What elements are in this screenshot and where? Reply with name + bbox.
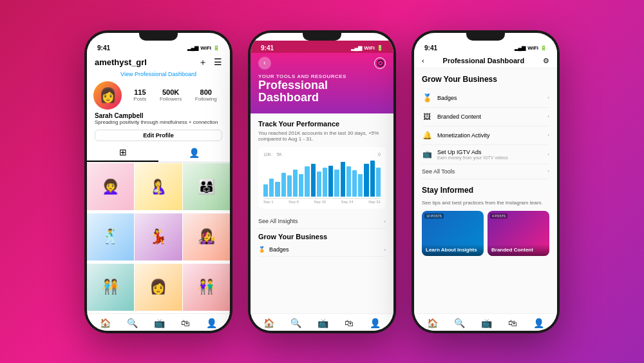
wifi-icon: WiFi <box>200 45 211 51</box>
search-icon-2[interactable]: ⊙ <box>374 57 386 69</box>
stay-header: Stay Informed <box>422 186 549 195</box>
badges-icon-3: 🏅 <box>422 93 432 103</box>
battery-icon-3: 🔋 <box>540 45 547 51</box>
branded-icon: 🖼 <box>422 112 432 122</box>
track-desc: You reached 201K accounts in the last 30… <box>258 130 386 142</box>
photo-2: 🤱 <box>135 163 182 210</box>
photo-8: 👩 <box>135 264 182 311</box>
nav-search-3[interactable]: 🔍 <box>454 318 465 328</box>
time-3: 9:41 <box>424 44 437 52</box>
nav-home-2[interactable]: 🏠 <box>263 318 274 328</box>
grid-item-7[interactable]: 🧑‍🤝‍🧑 <box>87 264 134 311</box>
grid-item-1[interactable]: 👩‍🦱 <box>87 163 134 210</box>
back-button-3[interactable]: ‹ <box>422 57 424 64</box>
menu-badges-left: 🏅 Badges <box>258 246 289 253</box>
edit-profile-button[interactable]: Edit Profile <box>95 130 222 141</box>
status-bar-2: 9:41 ▂▄▆ WiFi 🔋 <box>251 41 393 53</box>
bottom-nav-1: 🏠 🔍 📺 🛍 👤 <box>87 313 230 331</box>
phone-notch-3 <box>466 33 505 41</box>
signal-icon-3: ▂▄▆ <box>515 45 526 51</box>
nav-profile-2[interactable]: 👤 <box>370 318 381 328</box>
grid-item-9[interactable]: 👫 <box>183 264 230 311</box>
tab-tagged[interactable]: 👤 <box>158 144 230 162</box>
battery-icon-2: 🔋 <box>377 45 383 51</box>
chart-bar <box>328 166 333 197</box>
view-dashboard-link[interactable]: View Professional Dashboard <box>87 71 230 81</box>
chevron-insights: › <box>384 219 386 224</box>
nav-home-1[interactable]: 🏠 <box>100 318 111 328</box>
menu-item-igtv[interactable]: 📺 Set Up IGTV Ads Earn money from your I… <box>422 145 549 164</box>
stay-section: Stay Informed See tips and best practice… <box>422 186 549 256</box>
nav-reels-3[interactable]: 📺 <box>481 318 492 328</box>
grid-item-8[interactable]: 👩 <box>135 264 182 311</box>
grid-item-6[interactable]: 👩‍🎤 <box>183 213 230 260</box>
nav-reels-1[interactable]: 📺 <box>154 318 165 328</box>
chart-bar <box>305 166 309 197</box>
photo-grid: 👩‍🦱 🤱 👨‍👩‍👧 🕺 💃 👩‍🎤 🧑‍🤝‍🧑 👩 👫 <box>87 163 230 313</box>
grid-item-3[interactable]: 👨‍👩‍👧 <box>183 163 230 210</box>
chevron-3-igtv: › <box>547 152 549 157</box>
monetization-text: Monetization Activity <box>437 132 490 139</box>
photo-1: 👩‍🦱 <box>87 163 134 210</box>
bottom-nav-2: 🏠 🔍 📺 🛍 👤 <box>251 313 393 331</box>
nav-profile-3[interactable]: 👤 <box>533 318 544 328</box>
chart-bar <box>281 173 286 197</box>
nav-search-1[interactable]: 🔍 <box>127 318 138 328</box>
settings-icon[interactable]: ⚙ <box>543 57 549 65</box>
nav-shop-3[interactable]: 🛍 <box>508 318 517 328</box>
nav-profile-1[interactable]: 👤 <box>206 318 217 328</box>
profile-header: amethyst_grl ＋ ☰ <box>87 53 230 71</box>
igtv-text: Set Up IGTV Ads Earn money from your IGT… <box>437 149 508 160</box>
chart-bar <box>299 174 303 197</box>
chart-bar <box>311 164 316 197</box>
chart-bar <box>334 170 339 197</box>
pro-dash-nav: ‹ Professional Dashboard ⚙ <box>422 57 549 65</box>
nav-home-3[interactable]: 🏠 <box>427 318 438 328</box>
card-branded[interactable]: 4 POSTS Branded Content <box>488 211 549 256</box>
chart-bar <box>323 168 327 197</box>
dash-title: Professional Dashboard <box>258 79 386 105</box>
menu-badges[interactable]: 🏅 Badges › <box>258 243 386 257</box>
chart-bar <box>287 175 292 197</box>
nav-search-2[interactable]: 🔍 <box>290 318 301 328</box>
phone-profile: 9:41 ▂▄▆ WiFi 🔋 amethyst_grl ＋ ☰ View Pr… <box>84 30 232 333</box>
menu-item-branded[interactable]: 🖼 Branded Content › <box>422 108 549 126</box>
see-all-tools-link[interactable]: See All Tools › <box>422 164 549 179</box>
avatar: 👩 <box>93 81 122 110</box>
see-insights-link[interactable]: See All Insights › <box>258 214 386 229</box>
badges-icon: 🏅 <box>258 246 265 253</box>
nav-shop-2[interactable]: 🛍 <box>345 318 354 328</box>
chart-bar <box>275 182 279 197</box>
grid-item-5[interactable]: 💃 <box>135 213 182 260</box>
card-overlay-1: Learn About Insights <box>422 244 484 256</box>
chart-bar <box>370 161 375 197</box>
battery-icon: 🔋 <box>213 45 220 51</box>
profile-stats: 👩 115 Posts 500K Followers 800 Following <box>87 81 230 110</box>
dash-nav: ‹ ⊙ <box>258 57 386 70</box>
branded-text: Branded Content <box>437 113 481 120</box>
menu-item-monetization[interactable]: 🔔 Monetization Activity › <box>422 126 549 145</box>
stat-posts: 115 Posts <box>133 88 146 102</box>
signal-icon-2: ▂▄▆ <box>351 45 363 51</box>
tab-grid[interactable]: ⊞ <box>87 144 158 162</box>
photo-3: 👨‍👩‍👧 <box>183 163 230 210</box>
chart-area: 10K 5K 0 Sep 1 Sep 8 Sep 16 Sep 24 Sep 3… <box>258 147 386 209</box>
chevron-3-branded: › <box>547 113 549 119</box>
stat-items: 115 Posts 500K Followers 800 Following <box>127 88 223 102</box>
grid-item-2[interactable]: 🤱 <box>135 163 182 210</box>
phone-notch <box>139 33 178 41</box>
add-icon[interactable]: ＋ <box>198 57 207 68</box>
card-learn[interactable]: 10 POSTS Learn About Insights <box>422 211 484 256</box>
menu-item-badges[interactable]: 🏅 Badges › <box>422 89 549 108</box>
badges-text: Badges <box>437 95 457 101</box>
chart-bar <box>293 170 298 197</box>
wifi-icon-3: WiFi <box>527 45 538 51</box>
header-icons: ＋ ☰ <box>198 57 222 68</box>
bottom-nav-3: 🏠 🔍 📺 🛍 👤 <box>414 313 557 331</box>
back-button-2[interactable]: ‹ <box>258 57 271 70</box>
nav-shop-1[interactable]: 🛍 <box>181 318 190 328</box>
menu-icon[interactable]: ☰ <box>214 57 222 68</box>
chart-bar <box>341 162 345 197</box>
grid-item-4[interactable]: 🕺 <box>87 213 134 260</box>
nav-reels-2[interactable]: 📺 <box>317 318 328 328</box>
